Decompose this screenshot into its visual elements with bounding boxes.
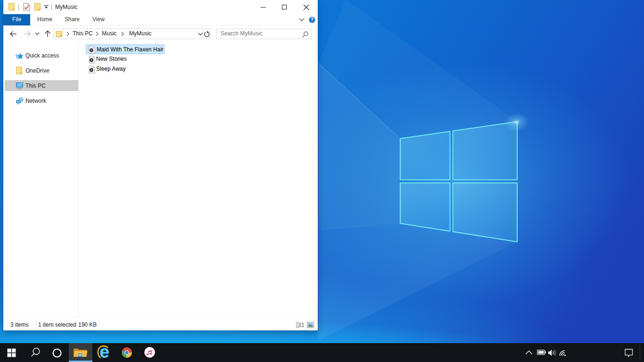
svg-text:?: ? (311, 16, 314, 22)
